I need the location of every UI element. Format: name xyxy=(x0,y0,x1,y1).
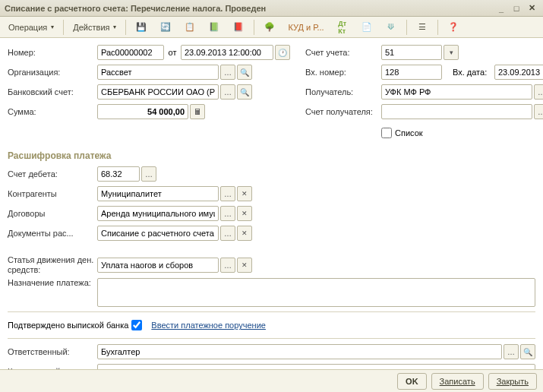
resp-select-button[interactable] xyxy=(504,344,519,359)
org-label: Организация: xyxy=(8,68,97,77)
tool-help-icon[interactable]: ❓ xyxy=(442,19,465,36)
debit-field[interactable] xyxy=(97,166,140,182)
toolbar-separator xyxy=(406,20,407,35)
enter-payment-link[interactable]: Ввести платежное поручение xyxy=(151,321,266,330)
doc-clear-icon[interactable] xyxy=(237,226,252,241)
flow-field[interactable] xyxy=(97,258,219,273)
tool-list-icon[interactable]: ☰ xyxy=(411,19,434,36)
tool-nav-icon[interactable]: 📋 xyxy=(178,19,201,36)
bank-select-button[interactable] xyxy=(220,84,235,100)
flow-clear-icon[interactable] xyxy=(237,258,252,273)
org-field[interactable] xyxy=(97,65,219,80)
acct-field[interactable] xyxy=(381,45,442,60)
flow-select-button[interactable] xyxy=(220,258,235,273)
toolbar-separator xyxy=(254,20,254,35)
tool-report-icon[interactable]: 📄 xyxy=(355,19,378,36)
close-button[interactable]: ✕ xyxy=(525,2,538,14)
debit-label: Счет дебета: xyxy=(8,169,97,179)
list-checkbox-input[interactable] xyxy=(381,128,392,138)
number-label: Номер: xyxy=(8,48,97,57)
acct-label: Счет учета: xyxy=(305,48,381,57)
doc-select-button[interactable] xyxy=(220,226,235,241)
ok-button[interactable]: OK xyxy=(397,373,427,390)
bank-field[interactable] xyxy=(97,84,219,100)
form-area: Номер: от Организация: Банковский счет: … xyxy=(0,38,543,386)
contract-select-button[interactable] xyxy=(220,206,235,221)
tool-dk-icon[interactable]: ДтКт xyxy=(331,19,354,36)
contract-field[interactable] xyxy=(97,206,219,221)
ot-label: от xyxy=(164,48,181,57)
divider xyxy=(8,311,535,312)
confirmed-label: Подтверждено выпиской банка xyxy=(8,321,128,330)
recv-label: Получатель: xyxy=(305,87,381,96)
minimize-button[interactable]: _ xyxy=(494,2,508,14)
footer: OK Записать Закрыть xyxy=(0,369,543,392)
resp-field[interactable] xyxy=(97,344,502,359)
calculator-icon[interactable] xyxy=(190,104,205,119)
toolbar-separator xyxy=(437,20,438,35)
contr-field[interactable] xyxy=(97,186,219,201)
toolbar: Операция▾ Действия▾ 💾 🔄 📋 📗 📕 🌳 КУД и Р.… xyxy=(0,17,543,38)
save-button[interactable]: Записать xyxy=(431,373,484,390)
tool-structure-icon[interactable]: ⟱ xyxy=(380,19,403,36)
confirmed-checkbox[interactable]: Подтверждено выпиской банка xyxy=(8,320,142,330)
contract-label: Договоры xyxy=(8,209,97,218)
sum-field[interactable] xyxy=(97,104,188,119)
tool-save-icon[interactable]: 💾 xyxy=(130,19,153,36)
kudir-button[interactable]: КУД и Р... xyxy=(283,19,329,36)
debit-select-button[interactable] xyxy=(141,166,156,182)
confirmed-checkbox-input[interactable] xyxy=(131,320,142,330)
resp-label: Ответственный: xyxy=(8,347,97,356)
tool-refresh-icon[interactable]: 🔄 xyxy=(154,19,177,36)
flow-label: Статья движения ден. средств: xyxy=(8,255,97,275)
toolbar-separator xyxy=(63,20,64,35)
resp-search-icon[interactable] xyxy=(520,344,535,359)
tool-post-icon[interactable]: 📗 xyxy=(203,19,226,36)
recv-field[interactable] xyxy=(381,84,532,100)
tool-tree-icon[interactable]: 🌳 xyxy=(258,19,281,36)
org-search-icon[interactable] xyxy=(237,65,252,80)
operation-menu[interactable]: Операция▾ xyxy=(3,19,59,36)
contr-clear-icon[interactable] xyxy=(237,186,252,201)
acct-dropdown-icon[interactable] xyxy=(444,45,459,60)
list-label: Список xyxy=(395,128,423,138)
in-date-field[interactable] xyxy=(494,65,543,80)
tool-unpost-icon[interactable]: 📕 xyxy=(227,19,250,36)
titlebar: Списание с расчетного счета: Перечислени… xyxy=(0,0,543,17)
maximize-button[interactable]: □ xyxy=(510,2,523,14)
org-select-button[interactable] xyxy=(220,65,235,80)
recv-select-button[interactable] xyxy=(534,84,543,100)
clock-icon[interactable] xyxy=(275,45,290,60)
window-title: Списание с расчетного счета: Перечислени… xyxy=(5,4,493,13)
doc-label: Документы рас... xyxy=(8,229,97,238)
sum-label: Сумма: xyxy=(8,107,97,116)
recv-acct-select-button[interactable] xyxy=(534,104,543,119)
in-num-label: Вх. номер: xyxy=(305,68,381,77)
contr-label: Контрагенты xyxy=(8,189,97,198)
contr-select-button[interactable] xyxy=(220,186,235,201)
date-field[interactable] xyxy=(181,45,273,60)
recv-acct-field[interactable] xyxy=(381,104,532,119)
in-date-label: Вх. дата: xyxy=(453,68,494,77)
divider xyxy=(8,338,535,339)
purpose-field[interactable] xyxy=(97,278,535,307)
bank-label: Банковский счет: xyxy=(8,87,97,96)
bank-search-icon[interactable] xyxy=(237,84,252,100)
doc-field[interactable] xyxy=(97,226,219,241)
list-checkbox[interactable]: Список xyxy=(381,128,423,138)
actions-menu[interactable]: Действия▾ xyxy=(68,19,122,36)
purpose-label: Назначение платежа: xyxy=(8,278,97,288)
close-form-button[interactable]: Закрыть xyxy=(488,373,537,390)
in-num-field[interactable] xyxy=(381,65,442,80)
number-field[interactable] xyxy=(97,45,164,60)
toolbar-separator xyxy=(125,20,126,35)
contract-clear-icon[interactable] xyxy=(237,206,252,221)
recv-acct-label: Счет получателя: xyxy=(305,107,381,116)
section-title: Расшифровка платежа xyxy=(8,150,535,161)
